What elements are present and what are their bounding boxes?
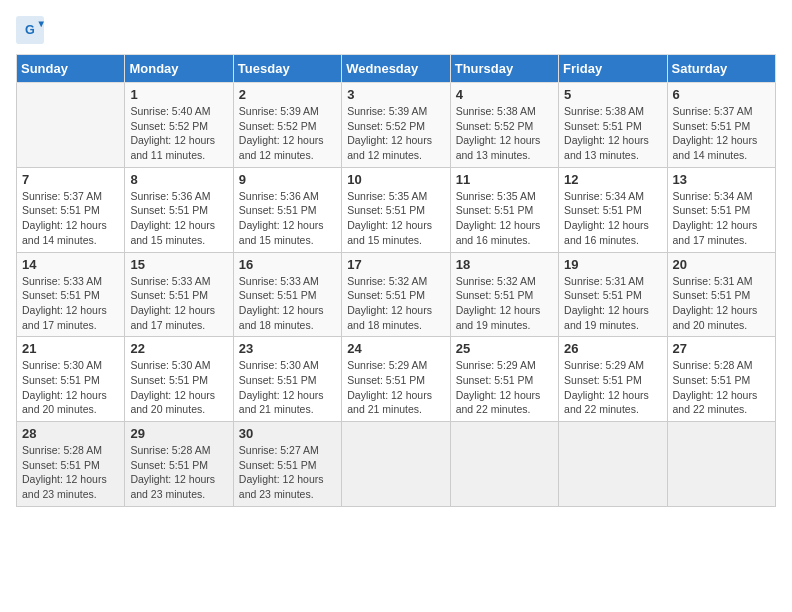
day-number: 28 — [22, 426, 119, 441]
day-number: 21 — [22, 341, 119, 356]
calendar-cell — [17, 83, 125, 168]
day-number: 27 — [673, 341, 770, 356]
weekday-header-friday: Friday — [559, 55, 667, 83]
day-number: 26 — [564, 341, 661, 356]
day-number: 24 — [347, 341, 444, 356]
calendar-cell: 2Sunrise: 5:39 AMSunset: 5:52 PMDaylight… — [233, 83, 341, 168]
day-number: 7 — [22, 172, 119, 187]
day-number: 10 — [347, 172, 444, 187]
day-info: Sunrise: 5:38 AMSunset: 5:52 PMDaylight:… — [456, 104, 553, 163]
calendar-cell: 20Sunrise: 5:31 AMSunset: 5:51 PMDayligh… — [667, 252, 775, 337]
calendar-cell — [450, 422, 558, 507]
calendar-cell: 9Sunrise: 5:36 AMSunset: 5:51 PMDaylight… — [233, 167, 341, 252]
calendar-cell: 22Sunrise: 5:30 AMSunset: 5:51 PMDayligh… — [125, 337, 233, 422]
day-info: Sunrise: 5:31 AMSunset: 5:51 PMDaylight:… — [564, 274, 661, 333]
day-number: 22 — [130, 341, 227, 356]
day-info: Sunrise: 5:32 AMSunset: 5:51 PMDaylight:… — [456, 274, 553, 333]
day-info: Sunrise: 5:30 AMSunset: 5:51 PMDaylight:… — [22, 358, 119, 417]
day-info: Sunrise: 5:27 AMSunset: 5:51 PMDaylight:… — [239, 443, 336, 502]
day-info: Sunrise: 5:29 AMSunset: 5:51 PMDaylight:… — [347, 358, 444, 417]
day-info: Sunrise: 5:39 AMSunset: 5:52 PMDaylight:… — [239, 104, 336, 163]
calendar-cell: 19Sunrise: 5:31 AMSunset: 5:51 PMDayligh… — [559, 252, 667, 337]
logo-icon: G — [16, 16, 44, 44]
day-info: Sunrise: 5:30 AMSunset: 5:51 PMDaylight:… — [239, 358, 336, 417]
day-number: 16 — [239, 257, 336, 272]
calendar-cell: 18Sunrise: 5:32 AMSunset: 5:51 PMDayligh… — [450, 252, 558, 337]
day-info: Sunrise: 5:28 AMSunset: 5:51 PMDaylight:… — [130, 443, 227, 502]
calendar-cell: 1Sunrise: 5:40 AMSunset: 5:52 PMDaylight… — [125, 83, 233, 168]
day-info: Sunrise: 5:33 AMSunset: 5:51 PMDaylight:… — [22, 274, 119, 333]
day-number: 17 — [347, 257, 444, 272]
calendar-cell — [559, 422, 667, 507]
day-info: Sunrise: 5:36 AMSunset: 5:51 PMDaylight:… — [130, 189, 227, 248]
day-info: Sunrise: 5:38 AMSunset: 5:51 PMDaylight:… — [564, 104, 661, 163]
calendar-cell: 7Sunrise: 5:37 AMSunset: 5:51 PMDaylight… — [17, 167, 125, 252]
day-info: Sunrise: 5:37 AMSunset: 5:51 PMDaylight:… — [673, 104, 770, 163]
calendar-cell: 6Sunrise: 5:37 AMSunset: 5:51 PMDaylight… — [667, 83, 775, 168]
calendar-cell: 8Sunrise: 5:36 AMSunset: 5:51 PMDaylight… — [125, 167, 233, 252]
day-info: Sunrise: 5:35 AMSunset: 5:51 PMDaylight:… — [347, 189, 444, 248]
calendar-cell: 14Sunrise: 5:33 AMSunset: 5:51 PMDayligh… — [17, 252, 125, 337]
calendar-cell: 29Sunrise: 5:28 AMSunset: 5:51 PMDayligh… — [125, 422, 233, 507]
calendar-cell — [667, 422, 775, 507]
day-info: Sunrise: 5:28 AMSunset: 5:51 PMDaylight:… — [673, 358, 770, 417]
calendar-cell: 10Sunrise: 5:35 AMSunset: 5:51 PMDayligh… — [342, 167, 450, 252]
calendar: SundayMondayTuesdayWednesdayThursdayFrid… — [16, 54, 776, 507]
weekday-header-thursday: Thursday — [450, 55, 558, 83]
day-number: 2 — [239, 87, 336, 102]
calendar-cell: 4Sunrise: 5:38 AMSunset: 5:52 PMDaylight… — [450, 83, 558, 168]
day-number: 25 — [456, 341, 553, 356]
calendar-cell: 3Sunrise: 5:39 AMSunset: 5:52 PMDaylight… — [342, 83, 450, 168]
weekday-header-wednesday: Wednesday — [342, 55, 450, 83]
day-number: 23 — [239, 341, 336, 356]
day-info: Sunrise: 5:29 AMSunset: 5:51 PMDaylight:… — [456, 358, 553, 417]
day-info: Sunrise: 5:33 AMSunset: 5:51 PMDaylight:… — [239, 274, 336, 333]
weekday-header-saturday: Saturday — [667, 55, 775, 83]
day-number: 19 — [564, 257, 661, 272]
day-number: 6 — [673, 87, 770, 102]
calendar-cell: 13Sunrise: 5:34 AMSunset: 5:51 PMDayligh… — [667, 167, 775, 252]
day-info: Sunrise: 5:34 AMSunset: 5:51 PMDaylight:… — [564, 189, 661, 248]
day-number: 29 — [130, 426, 227, 441]
calendar-cell: 25Sunrise: 5:29 AMSunset: 5:51 PMDayligh… — [450, 337, 558, 422]
day-number: 3 — [347, 87, 444, 102]
day-info: Sunrise: 5:29 AMSunset: 5:51 PMDaylight:… — [564, 358, 661, 417]
weekday-header-sunday: Sunday — [17, 55, 125, 83]
day-info: Sunrise: 5:32 AMSunset: 5:51 PMDaylight:… — [347, 274, 444, 333]
day-number: 13 — [673, 172, 770, 187]
day-number: 20 — [673, 257, 770, 272]
calendar-cell: 15Sunrise: 5:33 AMSunset: 5:51 PMDayligh… — [125, 252, 233, 337]
day-number: 5 — [564, 87, 661, 102]
day-number: 30 — [239, 426, 336, 441]
calendar-cell: 27Sunrise: 5:28 AMSunset: 5:51 PMDayligh… — [667, 337, 775, 422]
day-info: Sunrise: 5:33 AMSunset: 5:51 PMDaylight:… — [130, 274, 227, 333]
logo: G — [16, 16, 48, 44]
day-info: Sunrise: 5:36 AMSunset: 5:51 PMDaylight:… — [239, 189, 336, 248]
day-number: 4 — [456, 87, 553, 102]
calendar-cell: 16Sunrise: 5:33 AMSunset: 5:51 PMDayligh… — [233, 252, 341, 337]
calendar-cell: 28Sunrise: 5:28 AMSunset: 5:51 PMDayligh… — [17, 422, 125, 507]
calendar-cell: 26Sunrise: 5:29 AMSunset: 5:51 PMDayligh… — [559, 337, 667, 422]
day-number: 1 — [130, 87, 227, 102]
day-number: 11 — [456, 172, 553, 187]
day-number: 15 — [130, 257, 227, 272]
calendar-cell: 21Sunrise: 5:30 AMSunset: 5:51 PMDayligh… — [17, 337, 125, 422]
calendar-cell: 23Sunrise: 5:30 AMSunset: 5:51 PMDayligh… — [233, 337, 341, 422]
weekday-header-tuesday: Tuesday — [233, 55, 341, 83]
calendar-cell: 17Sunrise: 5:32 AMSunset: 5:51 PMDayligh… — [342, 252, 450, 337]
day-number: 8 — [130, 172, 227, 187]
calendar-cell — [342, 422, 450, 507]
day-number: 14 — [22, 257, 119, 272]
calendar-cell: 24Sunrise: 5:29 AMSunset: 5:51 PMDayligh… — [342, 337, 450, 422]
calendar-cell: 12Sunrise: 5:34 AMSunset: 5:51 PMDayligh… — [559, 167, 667, 252]
calendar-cell: 11Sunrise: 5:35 AMSunset: 5:51 PMDayligh… — [450, 167, 558, 252]
day-info: Sunrise: 5:30 AMSunset: 5:51 PMDaylight:… — [130, 358, 227, 417]
day-number: 12 — [564, 172, 661, 187]
day-info: Sunrise: 5:39 AMSunset: 5:52 PMDaylight:… — [347, 104, 444, 163]
day-info: Sunrise: 5:31 AMSunset: 5:51 PMDaylight:… — [673, 274, 770, 333]
calendar-cell: 5Sunrise: 5:38 AMSunset: 5:51 PMDaylight… — [559, 83, 667, 168]
day-number: 18 — [456, 257, 553, 272]
day-info: Sunrise: 5:37 AMSunset: 5:51 PMDaylight:… — [22, 189, 119, 248]
day-number: 9 — [239, 172, 336, 187]
day-info: Sunrise: 5:40 AMSunset: 5:52 PMDaylight:… — [130, 104, 227, 163]
